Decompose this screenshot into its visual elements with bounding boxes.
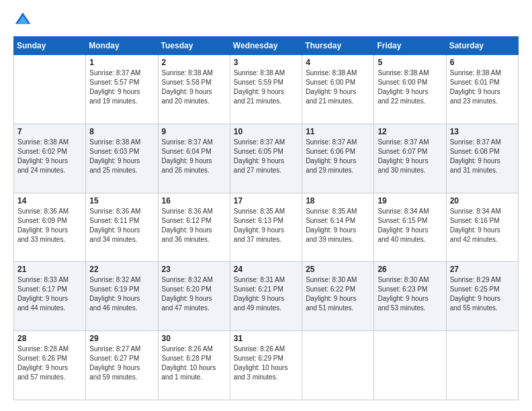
day-number: 2 (162, 58, 226, 67)
calendar-cell: 27Sunrise: 8:29 AM Sunset: 6:25 PM Dayli… (446, 262, 518, 331)
calendar-cell: 17Sunrise: 8:35 AM Sunset: 6:13 PM Dayli… (230, 193, 302, 262)
calendar-cell: 16Sunrise: 8:36 AM Sunset: 6:12 PM Dayli… (158, 193, 230, 262)
calendar-table: SundayMondayTuesdayWednesdayThursdayFrid… (13, 36, 519, 400)
calendar-cell: 5Sunrise: 8:38 AM Sunset: 6:00 PM Daylig… (374, 55, 446, 124)
day-number: 30 (162, 334, 226, 343)
calendar-cell (446, 331, 518, 400)
calendar-cell: 26Sunrise: 8:30 AM Sunset: 6:23 PM Dayli… (374, 262, 446, 331)
day-info: Sunrise: 8:37 AM Sunset: 6:08 PM Dayligh… (450, 138, 515, 175)
calendar-cell: 11Sunrise: 8:37 AM Sunset: 6:06 PM Dayli… (302, 124, 374, 193)
calendar-cell: 1Sunrise: 8:37 AM Sunset: 5:57 PM Daylig… (86, 55, 158, 124)
day-info: Sunrise: 8:37 AM Sunset: 6:05 PM Dayligh… (234, 138, 298, 175)
calendar-cell: 14Sunrise: 8:36 AM Sunset: 6:09 PM Dayli… (14, 193, 86, 262)
calendar-cell: 10Sunrise: 8:37 AM Sunset: 6:05 PM Dayli… (230, 124, 302, 193)
calendar-cell: 20Sunrise: 8:34 AM Sunset: 6:16 PM Dayli… (446, 193, 518, 262)
calendar-cell: 9Sunrise: 8:37 AM Sunset: 6:04 PM Daylig… (158, 124, 230, 193)
calendar-cell (302, 331, 374, 400)
weekday-header-saturday: Saturday (446, 37, 518, 55)
calendar-cell: 30Sunrise: 8:26 AM Sunset: 6:28 PM Dayli… (158, 331, 230, 400)
day-number: 28 (17, 334, 82, 343)
header (13, 11, 519, 30)
day-number: 27 (450, 265, 515, 274)
day-number: 4 (306, 58, 370, 67)
day-info: Sunrise: 8:35 AM Sunset: 6:14 PM Dayligh… (306, 207, 370, 244)
calendar-cell: 8Sunrise: 8:38 AM Sunset: 6:03 PM Daylig… (86, 124, 158, 193)
day-info: Sunrise: 8:26 AM Sunset: 6:29 PM Dayligh… (234, 345, 298, 382)
weekday-header-friday: Friday (374, 37, 446, 55)
page: SundayMondayTuesdayWednesdayThursdayFrid… (0, 0, 532, 411)
day-number: 19 (378, 196, 442, 205)
day-number: 7 (17, 127, 82, 136)
day-number: 20 (450, 196, 515, 205)
day-info: Sunrise: 8:34 AM Sunset: 6:16 PM Dayligh… (450, 207, 515, 244)
calendar-cell: 23Sunrise: 8:32 AM Sunset: 6:20 PM Dayli… (158, 262, 230, 331)
calendar-cell: 21Sunrise: 8:33 AM Sunset: 6:17 PM Dayli… (14, 262, 86, 331)
day-info: Sunrise: 8:36 AM Sunset: 6:09 PM Dayligh… (17, 207, 82, 244)
weekday-header-tuesday: Tuesday (158, 37, 230, 55)
week-row-5: 28Sunrise: 8:28 AM Sunset: 6:26 PM Dayli… (14, 331, 519, 400)
calendar-cell: 31Sunrise: 8:26 AM Sunset: 6:29 PM Dayli… (230, 331, 302, 400)
day-info: Sunrise: 8:32 AM Sunset: 6:19 PM Dayligh… (89, 275, 154, 313)
day-number: 21 (17, 265, 82, 274)
calendar-cell: 22Sunrise: 8:32 AM Sunset: 6:19 PM Dayli… (86, 262, 158, 331)
day-number: 12 (378, 127, 442, 136)
calendar-cell (14, 55, 86, 124)
day-number: 29 (89, 334, 154, 343)
day-info: Sunrise: 8:37 AM Sunset: 6:06 PM Dayligh… (306, 138, 370, 175)
calendar-cell: 12Sunrise: 8:37 AM Sunset: 6:07 PM Dayli… (374, 124, 446, 193)
day-info: Sunrise: 8:38 AM Sunset: 6:03 PM Dayligh… (89, 138, 154, 175)
day-info: Sunrise: 8:38 AM Sunset: 6:02 PM Dayligh… (17, 138, 82, 175)
weekday-header-monday: Monday (86, 37, 158, 55)
day-number: 1 (89, 58, 154, 67)
day-number: 16 (162, 196, 226, 205)
day-info: Sunrise: 8:27 AM Sunset: 6:27 PM Dayligh… (89, 345, 154, 382)
day-info: Sunrise: 8:29 AM Sunset: 6:25 PM Dayligh… (450, 275, 515, 313)
day-number: 24 (234, 265, 298, 274)
day-info: Sunrise: 8:35 AM Sunset: 6:13 PM Dayligh… (234, 207, 298, 244)
day-info: Sunrise: 8:30 AM Sunset: 6:23 PM Dayligh… (378, 275, 442, 313)
week-row-1: 1Sunrise: 8:37 AM Sunset: 5:57 PM Daylig… (14, 55, 519, 124)
day-info: Sunrise: 8:36 AM Sunset: 6:12 PM Dayligh… (162, 207, 226, 244)
weekday-header-wednesday: Wednesday (230, 37, 302, 55)
calendar-cell: 13Sunrise: 8:37 AM Sunset: 6:08 PM Dayli… (446, 124, 518, 193)
day-info: Sunrise: 8:34 AM Sunset: 6:15 PM Dayligh… (378, 207, 442, 244)
calendar-cell: 7Sunrise: 8:38 AM Sunset: 6:02 PM Daylig… (14, 124, 86, 193)
day-number: 18 (306, 196, 370, 205)
day-info: Sunrise: 8:38 AM Sunset: 6:00 PM Dayligh… (306, 68, 370, 106)
calendar-cell: 28Sunrise: 8:28 AM Sunset: 6:26 PM Dayli… (14, 331, 86, 400)
day-number: 26 (378, 265, 442, 274)
calendar-cell: 2Sunrise: 8:38 AM Sunset: 5:58 PM Daylig… (158, 55, 230, 124)
day-info: Sunrise: 8:26 AM Sunset: 6:28 PM Dayligh… (162, 345, 226, 382)
week-row-3: 14Sunrise: 8:36 AM Sunset: 6:09 PM Dayli… (14, 193, 519, 262)
day-info: Sunrise: 8:38 AM Sunset: 5:59 PM Dayligh… (234, 68, 298, 106)
calendar-cell: 29Sunrise: 8:27 AM Sunset: 6:27 PM Dayli… (86, 331, 158, 400)
day-number: 9 (162, 127, 226, 136)
day-number: 3 (234, 58, 298, 67)
day-number: 25 (306, 265, 370, 274)
day-info: Sunrise: 8:28 AM Sunset: 6:26 PM Dayligh… (17, 345, 82, 382)
day-number: 13 (450, 127, 515, 136)
logo-icon (13, 11, 32, 30)
day-number: 5 (378, 58, 442, 67)
day-number: 17 (234, 196, 298, 205)
day-number: 10 (234, 127, 298, 136)
weekday-header-thursday: Thursday (302, 37, 374, 55)
day-number: 6 (450, 58, 515, 67)
calendar-cell: 18Sunrise: 8:35 AM Sunset: 6:14 PM Dayli… (302, 193, 374, 262)
day-info: Sunrise: 8:30 AM Sunset: 6:22 PM Dayligh… (306, 275, 370, 313)
day-info: Sunrise: 8:38 AM Sunset: 6:01 PM Dayligh… (450, 68, 515, 106)
calendar-cell: 6Sunrise: 8:38 AM Sunset: 6:01 PM Daylig… (446, 55, 518, 124)
day-info: Sunrise: 8:38 AM Sunset: 5:58 PM Dayligh… (162, 68, 226, 106)
week-row-2: 7Sunrise: 8:38 AM Sunset: 6:02 PM Daylig… (14, 124, 519, 193)
calendar-cell: 4Sunrise: 8:38 AM Sunset: 6:00 PM Daylig… (302, 55, 374, 124)
weekday-header-sunday: Sunday (14, 37, 86, 55)
day-number: 23 (162, 265, 226, 274)
calendar-cell: 25Sunrise: 8:30 AM Sunset: 6:22 PM Dayli… (302, 262, 374, 331)
calendar-cell: 15Sunrise: 8:36 AM Sunset: 6:11 PM Dayli… (86, 193, 158, 262)
day-info: Sunrise: 8:36 AM Sunset: 6:11 PM Dayligh… (89, 207, 154, 244)
day-info: Sunrise: 8:33 AM Sunset: 6:17 PM Dayligh… (17, 275, 82, 313)
day-info: Sunrise: 8:37 AM Sunset: 6:04 PM Dayligh… (162, 138, 226, 175)
day-number: 14 (17, 196, 82, 205)
calendar-cell: 24Sunrise: 8:31 AM Sunset: 6:21 PM Dayli… (230, 262, 302, 331)
calendar-cell: 3Sunrise: 8:38 AM Sunset: 5:59 PM Daylig… (230, 55, 302, 124)
